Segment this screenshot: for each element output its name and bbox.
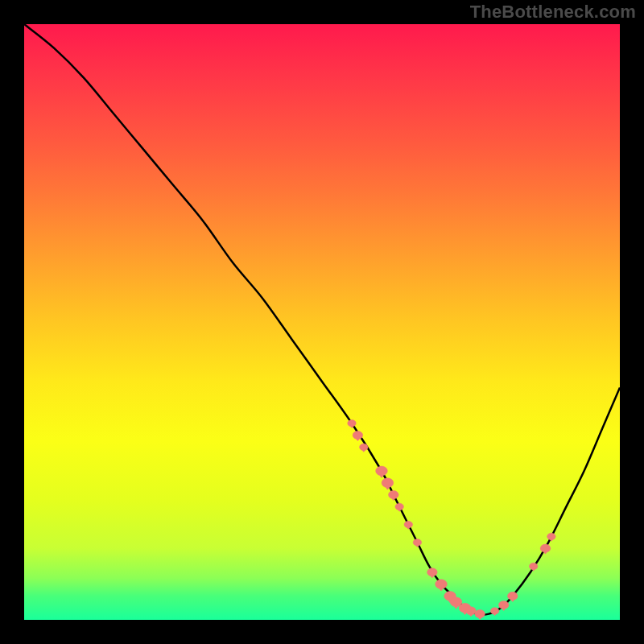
curve-marker [427,568,438,576]
curve-marker [547,533,556,540]
curve-marker-drip [362,449,365,452]
curve-marker-drip [416,545,419,547]
curve-marker [413,539,422,547]
curve-marker-drip [380,474,384,477]
markers-group [348,420,555,620]
curve-marker [360,444,369,451]
curve-marker [498,601,509,609]
curve-marker-drip [469,614,473,617]
curve-marker-drip [398,509,401,511]
curve-marker-drip [511,599,514,602]
curve-marker [395,503,404,510]
curve-marker [508,592,518,600]
curve-marker [490,608,499,615]
curve-marker-drip [550,539,553,541]
curve-marker-drip [407,527,411,530]
curve-marker-drip [502,608,506,611]
curve-marker [376,466,388,476]
chart-container: TheBottleneck.com [0,0,644,644]
curve-marker-drip [454,605,458,609]
curve-marker [404,521,413,528]
curve-marker [353,431,363,440]
curve-marker [475,610,485,618]
curve-marker [348,420,357,427]
curve-marker [540,544,551,552]
curve-marker-drip [493,613,497,616]
curve-marker [389,491,399,499]
curve-marker [436,580,448,589]
curve-marker [382,478,394,488]
curve-marker-drip [431,575,434,578]
watermark-text: TheBottleneck.com [470,2,636,23]
curve-marker-drip [478,617,481,620]
bottleneck-curve [24,24,620,615]
curve-marker-drip [386,486,390,489]
curve-marker [529,563,538,570]
curve-marker-drip [392,497,395,501]
curve-marker [466,607,477,615]
curve-marker-drip [543,551,547,555]
curve-marker-drip [356,438,359,441]
curve-marker-drip [440,588,444,591]
curve-marker-drip [350,426,353,428]
chart-svg [24,24,620,620]
plot-area [24,24,620,620]
